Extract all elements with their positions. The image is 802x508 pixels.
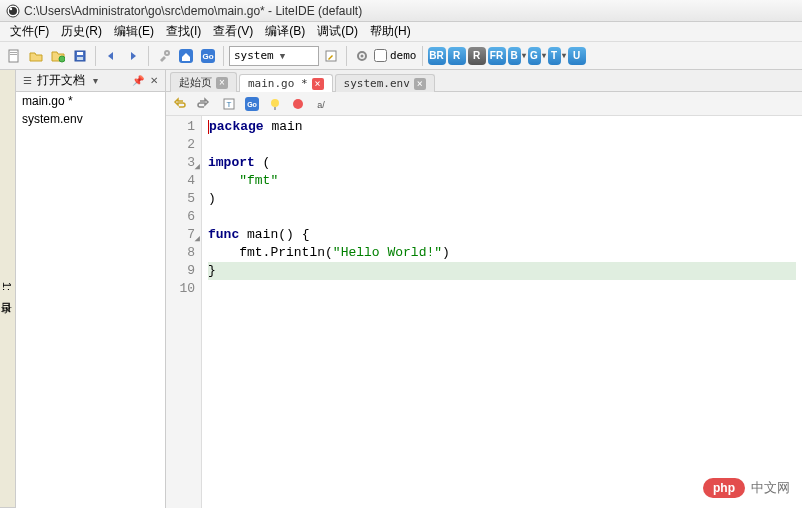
badge-u[interactable]: U [568,47,586,65]
panel-dropdown-icon[interactable]: ▾ [88,74,102,88]
demo-checkbox-label: demo [390,49,417,62]
badge-t[interactable]: T▾ [548,47,566,65]
code-line[interactable]: "fmt" [208,172,796,190]
open-file-item[interactable]: main.go * [16,92,165,110]
line-number: 10 [168,280,195,298]
panel-pin-icon[interactable]: 📌 [131,74,145,88]
svg-point-20 [271,99,279,107]
home-button[interactable] [176,46,196,66]
tab-close-icon[interactable]: × [216,77,228,89]
tab-startpage[interactable]: 起始页× [170,72,237,92]
demo-checkbox[interactable]: demo [374,49,417,62]
code-line[interactable] [208,280,796,298]
svg-point-1 [10,7,12,9]
open-file-list: main.go * system.env [16,92,165,508]
panel-menu-icon[interactable]: ☰ [20,74,34,88]
open-button[interactable] [48,46,68,66]
badge-g[interactable]: G▾ [528,47,546,65]
code-line[interactable]: package main [208,118,796,136]
suggest-button[interactable] [265,94,285,114]
toolbar-separator [223,46,224,66]
badge-r[interactable]: R [448,47,466,65]
main-toolbar: Go system▼ demo BR R R FR B▾ G▾ T▾ U [0,42,802,70]
demo-checkbox-input[interactable] [374,49,387,62]
svg-rect-8 [77,57,83,60]
menu-find[interactable]: 查找(I) [160,21,207,42]
window-title: C:\Users\Administrator\go\src\demo\main.… [24,4,362,18]
badge-fr[interactable]: FR [488,47,506,65]
svg-rect-4 [10,54,17,55]
titlebar: C:\Users\Administrator\go\src\demo\main.… [0,0,802,22]
badge-b[interactable]: B▾ [508,47,526,65]
tools-button[interactable] [154,46,174,66]
svg-point-22 [293,99,303,109]
new-file-button[interactable] [4,46,24,66]
left-gutter: 1: 目录 2: 打开文档 3: 类视图 4: 大纲 5: Package浏览 … [0,70,16,508]
forward-button[interactable] [123,46,143,66]
go-button[interactable]: Go [198,46,218,66]
menu-debug[interactable]: 调试(D) [311,21,364,42]
line-number: 5 [168,190,195,208]
menu-history[interactable]: 历史(R) [55,21,108,42]
watermark-text: 中文网 [751,479,790,497]
svg-text:Go: Go [202,52,213,61]
go-doc-button[interactable]: Go [242,94,262,114]
line-gutter: 123◢4567◢8910 [166,116,202,508]
fold-icon[interactable]: ◢ [195,230,200,248]
case-button[interactable]: a/ [311,94,331,114]
svg-text:Go: Go [247,101,257,108]
fold-icon[interactable]: ◢ [195,158,200,176]
tab-label: 起始页 [179,75,212,90]
code-line[interactable] [208,208,796,226]
side-panel-title: 打开文档 [37,72,85,89]
code-line[interactable]: fmt.Println("Hello World!") [208,244,796,262]
open-file-item[interactable]: system.env [16,110,165,128]
code-line[interactable]: import ( [208,154,796,172]
settings-button[interactable] [352,46,372,66]
edit-env-button[interactable] [321,46,341,66]
redo-button[interactable] [193,94,213,114]
svg-text:T: T [227,100,232,109]
code-editor[interactable]: 123◢4567◢8910 package mainimport ( "fmt"… [166,116,802,508]
menu-file[interactable]: 文件(F) [4,21,55,42]
tab-close-icon[interactable]: × [312,78,324,90]
code-line[interactable]: } [208,262,796,280]
tab-main-go[interactable]: main.go *× [239,74,333,92]
side-panel: ☰ 打开文档 ▾ 📌 ✕ main.go * system.env [16,70,166,508]
side-panel-header: ☰ 打开文档 ▾ 📌 ✕ [16,70,165,92]
tab-label: main.go * [248,77,308,90]
panel-close-icon[interactable]: ✕ [147,74,161,88]
new-folder-button[interactable] [26,46,46,66]
menu-edit[interactable]: 编辑(E) [108,21,160,42]
toolbar-separator [346,46,347,66]
gutter-tab-dir[interactable]: 1: 目录 [0,70,15,508]
line-number: 6 [168,208,195,226]
svg-point-15 [361,54,364,57]
tab-close-icon[interactable]: × [414,78,426,90]
badge-r2[interactable]: R [468,47,486,65]
code-body[interactable]: package mainimport ( "fmt")func main() {… [202,116,802,508]
watermark: php 中文网 [703,478,790,498]
back-button[interactable] [101,46,121,66]
menu-view[interactable]: 查看(V) [207,21,259,42]
undo-button[interactable] [170,94,190,114]
code-line[interactable]: func main() { [208,226,796,244]
env-combo[interactable]: system▼ [229,46,319,66]
svg-text:a/: a/ [317,100,325,110]
svg-rect-21 [274,107,276,110]
code-line[interactable] [208,136,796,154]
tab-system-env[interactable]: system.env× [335,74,435,92]
toolbar-separator [422,46,423,66]
code-line[interactable]: ) [208,190,796,208]
badge-br[interactable]: BR [428,47,446,65]
svg-point-9 [165,51,169,55]
text-button[interactable]: T [219,94,239,114]
editor-toolbar: T Go a/ [166,92,802,116]
toolbar-separator [95,46,96,66]
record-button[interactable] [288,94,308,114]
menu-build[interactable]: 编译(B) [259,21,311,42]
menu-help[interactable]: 帮助(H) [364,21,417,42]
save-button[interactable] [70,46,90,66]
line-number: 3◢ [168,154,195,172]
watermark-brand: php [703,478,745,498]
